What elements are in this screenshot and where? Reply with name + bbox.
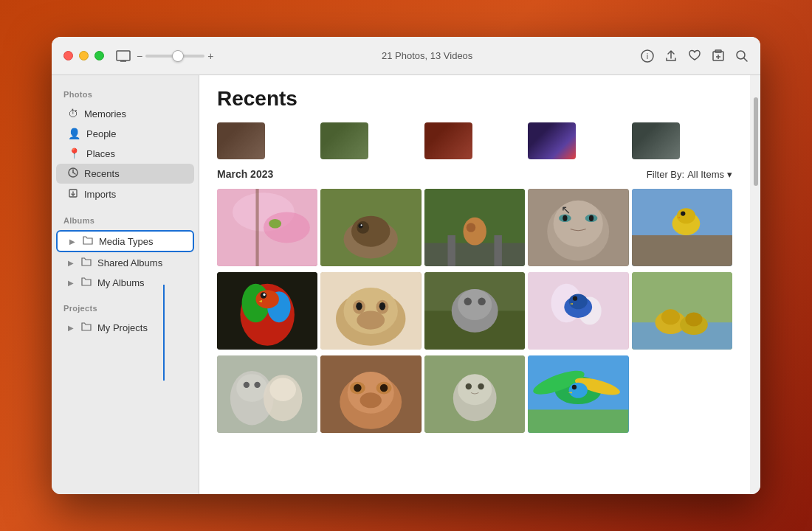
zoom-in-icon[interactable]: + [207, 50, 213, 62]
photo-cell[interactable] [528, 122, 576, 159]
svg-point-81 [244, 382, 250, 388]
svg-rect-30 [494, 235, 501, 266]
photo-cell-yellow-bird[interactable] [632, 189, 732, 266]
photo-cell-bulldog[interactable] [320, 272, 421, 350]
svg-point-97 [478, 384, 484, 389]
sidebar-item-places[interactable]: 📍 Places [56, 144, 194, 163]
photo-cell-blue-bird-flowers[interactable] [528, 272, 628, 350]
photo-cell-grey-cat-plants[interactable] [424, 272, 525, 350]
filter-value: All Items [687, 169, 724, 180]
annotation-line [163, 285, 165, 381]
photo-cell-bird-blossom[interactable] [217, 189, 317, 266]
svg-point-38 [562, 215, 567, 221]
sidebar-item-memories[interactable]: ⏱ Memories [56, 104, 194, 123]
media-types-expand-icon[interactable]: ▶ [69, 237, 75, 246]
my-projects-expand-icon[interactable]: ▶ [68, 324, 74, 332]
scrollbar-thumb[interactable] [754, 97, 758, 186]
photo-grid-row1 [199, 186, 750, 269]
svg-point-59 [357, 310, 385, 329]
my-projects-folder-icon [81, 322, 92, 333]
sidebar-item-my-projects-label: My Projects [97, 322, 148, 333]
svg-point-51 [263, 294, 265, 296]
svg-text:i: i [647, 52, 648, 60]
svg-point-82 [254, 382, 260, 388]
photo-cell-kitten-grass[interactable] [424, 355, 525, 433]
minimize-button[interactable] [79, 51, 89, 60]
photo-cell-squirrel[interactable] [424, 189, 525, 266]
photo-cell[interactable] [217, 122, 265, 159]
svg-point-103 [569, 383, 588, 398]
photo-count: 21 Photos, 13 Videos [382, 50, 472, 61]
slideshow-icon[interactable] [116, 50, 131, 62]
scrollbar[interactable] [750, 75, 760, 494]
photo-cell-ducklings[interactable] [632, 272, 732, 350]
svg-point-18 [264, 212, 310, 243]
svg-point-23 [351, 216, 390, 247]
photo-cell[interactable] [632, 122, 680, 159]
sidebar-item-recents[interactable]: Recents [56, 164, 194, 184]
shared-albums-folder-icon [81, 257, 92, 268]
filter-chevron-icon: ▾ [727, 169, 732, 180]
filter-label: Filter By: [647, 169, 684, 180]
my-albums-expand-icon[interactable]: ▶ [68, 279, 74, 287]
info-icon[interactable]: i [641, 49, 654, 63]
zoom-slider[interactable]: − + [137, 50, 213, 62]
photo-cell-parrot[interactable] [217, 272, 317, 350]
svg-point-84 [269, 378, 296, 400]
section-date: March 2023 [217, 168, 273, 180]
photo-cell-macaw-flight[interactable] [528, 355, 628, 433]
sidebar-item-people[interactable]: 👤 People [56, 124, 194, 143]
photo-cell-puppy[interactable] [320, 355, 421, 433]
recents-icon [68, 167, 78, 180]
sidebar-item-imports-label: Imports [84, 189, 116, 200]
svg-point-31 [463, 218, 486, 246]
photo-cell-cat-grey[interactable] [528, 189, 628, 266]
svg-point-49 [255, 290, 278, 308]
photo-grid-row2 [199, 269, 750, 353]
sidebar-item-shared-albums[interactable]: ▶ Shared Albums [56, 253, 194, 272]
svg-point-39 [589, 215, 593, 221]
sidebar-item-memories-label: Memories [84, 108, 126, 119]
sidebar-item-places-label: Places [86, 148, 115, 159]
svg-point-25 [359, 223, 363, 228]
svg-rect-99 [528, 409, 628, 432]
shared-albums-expand-icon[interactable]: ▶ [68, 259, 74, 267]
search-icon[interactable] [735, 49, 749, 63]
photo-cell[interactable] [320, 122, 368, 159]
svg-rect-0 [117, 51, 130, 60]
close-button[interactable] [63, 51, 73, 60]
svg-line-13 [73, 173, 75, 174]
svg-point-104 [572, 385, 577, 389]
svg-point-77 [685, 312, 702, 326]
filter-button[interactable]: Filter By: All Items ▾ [647, 169, 732, 180]
svg-point-95 [458, 374, 492, 405]
svg-point-20 [269, 219, 281, 229]
svg-point-65 [478, 298, 485, 305]
maximize-button[interactable] [94, 51, 104, 60]
svg-point-24 [357, 221, 370, 234]
sidebar-item-my-projects[interactable]: ▶ My Projects [56, 318, 194, 337]
add-to-album-icon[interactable] [712, 49, 725, 63]
share-icon[interactable] [664, 49, 678, 63]
sidebar-item-shared-albums-label: Shared Albums [97, 257, 162, 268]
favorite-icon[interactable] [688, 49, 701, 63]
zoom-out-icon[interactable]: − [137, 50, 142, 62]
svg-rect-41 [632, 235, 732, 266]
sidebar-item-media-types[interactable]: ▶ Media Types [56, 230, 194, 252]
sidebar-item-my-albums-label: My Albums [97, 277, 145, 288]
sidebar-item-imports[interactable]: Imports [56, 184, 194, 204]
svg-point-32 [466, 223, 475, 232]
photo-cell-two-cats[interactable] [217, 355, 317, 433]
photo-cell-hedgehog[interactable] [320, 189, 421, 266]
svg-point-80 [236, 374, 267, 402]
page-title: Recents [217, 87, 732, 111]
sidebar-item-my-albums[interactable]: ▶ My Albums [56, 273, 194, 292]
main-content: Recents March 2023 Filter By: All Items … [199, 75, 750, 494]
svg-rect-29 [447, 235, 455, 266]
svg-point-43 [676, 208, 695, 223]
svg-point-96 [465, 384, 471, 389]
photo-cell[interactable] [424, 122, 472, 159]
svg-point-63 [458, 289, 492, 320]
svg-rect-19 [255, 189, 258, 266]
projects-section-label: Projects [52, 301, 199, 317]
